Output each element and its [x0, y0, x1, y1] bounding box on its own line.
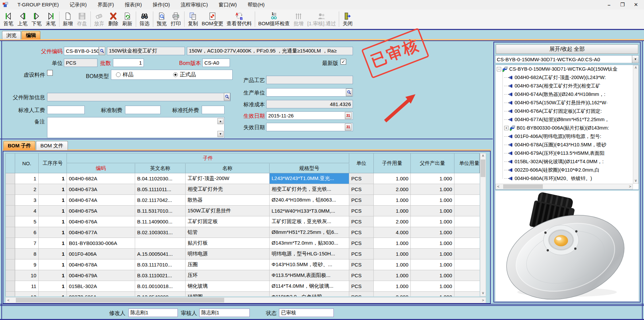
cell-name[interactable]: 铝管 — [186, 227, 270, 238]
cell-en[interactable]: B.11.5317010... — [135, 206, 186, 216]
cell-code[interactable]: 004H0-675A — [67, 206, 135, 216]
cell-code[interactable]: B01-BYB00330-006A — [67, 238, 135, 249]
tree-node[interactable]: −CS-BYB-0-150MW-30D71-WCTKG-A0(150W钛金 — [495, 65, 633, 73]
expand-icon[interactable]: + — [504, 126, 509, 130]
restore-button[interactable]: ❐ — [619, 2, 626, 8]
expire-date-input[interactable] — [266, 123, 353, 131]
cell-spec[interactable]: Ø143mm*T2.0mm，贴3030... — [270, 238, 349, 249]
tree-node[interactable]: 004H0-677A(铝管)(Ø8mm*H51*T2.25mm， — [495, 115, 633, 124]
cell-pqty[interactable]: 1.000 — [411, 227, 454, 238]
cell-code[interactable]: 004H0-674A — [67, 195, 135, 206]
cell-no[interactable]: 10 — [15, 270, 39, 281]
cell-code[interactable]: 004H0-679A — [67, 270, 135, 281]
cell-seq[interactable]: 1 — [39, 281, 67, 292]
tree-node[interactable]: 001F0-406A(明纬电源)(明纬电源，型号: — [495, 132, 633, 141]
cell-qty[interactable]: 1.000 — [374, 281, 411, 292]
tree-node[interactable]: 002Z0-606A(硅胶圈)(Φ110*Φ2.0mm,白 — [495, 166, 633, 174]
effective-date-input[interactable]: 2015-11-26 — [266, 111, 353, 120]
std-mfg-input[interactable] — [125, 106, 161, 114]
table-row[interactable]: 101004H0-679AB.03.1110021...压环Φ113.5*H5M… — [6, 270, 480, 281]
cell-qty[interactable]: 2.000 — [374, 184, 411, 195]
cell-seq[interactable]: 1 — [39, 249, 67, 259]
cell-no[interactable]: 5 — [15, 216, 39, 227]
scroll-up-icon[interactable]: ∧ — [480, 153, 486, 159]
collapse-icon[interactable]: − — [497, 67, 501, 71]
parent-code-search-button[interactable] — [99, 47, 105, 55]
scroll-up-icon[interactable]: ▲ — [217, 118, 224, 124]
menu-item[interactable]: 界面(F) — [92, 0, 119, 9]
cell-unit[interactable]: PCS — [349, 249, 374, 259]
table-row[interactable]: 71B01-BYB00330-006A贴片灯板Ø143mm*T2.0mm，贴30… — [6, 238, 480, 249]
cell-no[interactable]: 8 — [15, 249, 39, 259]
cell-spec[interactable]: 相变工矿灯外壳，亚光铁... — [270, 184, 349, 195]
cell-unit[interactable]: PCS — [349, 270, 374, 281]
cell-pqty[interactable]: 1.000 — [411, 173, 454, 184]
cell-code[interactable]: 004H0-673A — [67, 184, 135, 195]
cell-unit[interactable]: PCS — [349, 216, 374, 227]
cell-name[interactable]: 工矿灯固定板 — [186, 216, 270, 227]
cell-no[interactable]: 4 — [15, 206, 39, 216]
cell-spec[interactable]: Ø240.4*H108mm，铝6063... — [270, 195, 349, 206]
first-record-button[interactable]: 首笔 — [1, 11, 15, 27]
cell-pqty[interactable]: 1.000 — [411, 270, 454, 281]
cell-qty[interactable]: 1.000 — [374, 238, 411, 249]
cell-pqty[interactable]: 1.000 — [411, 206, 454, 216]
menu-item[interactable]: 流程审核(C) — [175, 0, 213, 9]
cell-pqty[interactable]: 1.000 — [411, 259, 454, 270]
cell-qty[interactable]: 1.000 — [374, 195, 411, 206]
cell-seq[interactable]: 1 — [39, 173, 67, 184]
table-row[interactable]: 41004H0-675AB.11.5317010...150W工矿灯悬挂件L16… — [6, 206, 480, 216]
cell-no[interactable]: 3 — [15, 195, 39, 206]
cell-unit[interactable]: PCS — [349, 281, 374, 292]
cell-en[interactable]: B.12.0540000... — [135, 292, 186, 296]
cell-code[interactable]: 004H0-678A — [67, 259, 135, 270]
scroll-left-icon[interactable]: < — [496, 184, 501, 189]
cell-name[interactable]: 压环 — [186, 270, 270, 281]
header-name[interactable]: 名称 — [186, 164, 270, 173]
cell-seq[interactable]: 1 — [39, 259, 67, 270]
tab-edit[interactable]: 编辑 — [22, 31, 40, 39]
batch-add-button[interactable]: 批增 — [291, 11, 306, 27]
tree-node[interactable]: 004H0-675A(150W工矿灯悬挂件)(L162*W· — [495, 99, 633, 107]
scroll-left-icon[interactable]: < — [6, 297, 11, 303]
delete-button[interactable]: 删除 — [106, 11, 120, 27]
menu-item[interactable]: 报表(R) — [119, 0, 147, 9]
cell-pqty[interactable]: 1.000 — [411, 292, 454, 296]
cell-en[interactable]: B.11.1409000... — [135, 216, 186, 227]
bom-type-sample-radio[interactable]: 样品 — [116, 71, 133, 78]
next-record-button[interactable]: 下笔 — [30, 11, 44, 27]
cell-spec[interactable]: Ø8mm*H51*T2.25mm，铝6... — [270, 227, 349, 238]
scroll-up-icon[interactable]: ∧ — [633, 65, 638, 70]
header-unit[interactable]: 单位 — [349, 153, 374, 173]
cell-code[interactable]: 004H0-676A — [67, 216, 135, 227]
menu-item[interactable]: 操作(O) — [147, 0, 175, 9]
cell-name[interactable]: 150W工矿灯悬挂件 — [186, 206, 270, 216]
cell-qty[interactable]: 1.000 — [374, 249, 411, 259]
header-no[interactable]: NO. — [15, 153, 39, 173]
cell-pqty[interactable]: 1.000 — [411, 216, 454, 227]
cell-unit[interactable]: PCS — [349, 173, 374, 184]
hscroll-thumb[interactable] — [16, 298, 224, 303]
cell-spec[interactable]: Φ110*Φ2.0，白色硅胶... — [270, 292, 349, 296]
scroll-down-icon[interactable]: ∨ — [633, 178, 638, 183]
tab-bom-files[interactable]: BOM 文件 — [36, 141, 68, 150]
std-labor-input[interactable] — [47, 106, 85, 114]
refresh-button[interactable]: 刷新 — [120, 11, 134, 27]
cell-qty[interactable]: 4.000 — [374, 227, 411, 238]
table-row[interactable]: 11004H0-682AB.04.1102030...工矿灯-顶盖-200WL2… — [6, 173, 480, 184]
virtual-part-checkbox[interactable] — [47, 70, 53, 76]
bom-version-input[interactable]: CS-A0 — [202, 59, 230, 67]
cell-unit[interactable]: PCS — [349, 184, 374, 195]
cell-seq[interactable]: 1 — [39, 238, 67, 249]
std-outsource-input[interactable] — [202, 106, 225, 114]
cell-code[interactable]: 004H0-677A — [67, 227, 135, 238]
scroll-down-icon[interactable]: ∨ — [480, 291, 486, 296]
cell-spec[interactable]: Φ143*H10.5MM，喷砂、... — [270, 259, 349, 270]
cell-spec[interactable]: L243*W243*T1.0MM.亚光... — [270, 173, 349, 184]
tree-node[interactable]: 004H0-678A(压圈)(Φ143*H10.5MM，喷砂 — [495, 141, 633, 149]
parent-code-input[interactable]: CS-BYB-0-150MW-3 — [64, 47, 99, 55]
tree-node[interactable]: +B01-BYB00330-006A(贴片灯板)(Ø143mm: — [495, 124, 633, 132]
cell-en[interactable]: B.01.0010018... — [135, 281, 186, 292]
header-en-name[interactable]: 英文名称 — [135, 164, 186, 173]
cell-spec[interactable]: L162*W40*H133*T3.0MM,... — [270, 206, 349, 216]
